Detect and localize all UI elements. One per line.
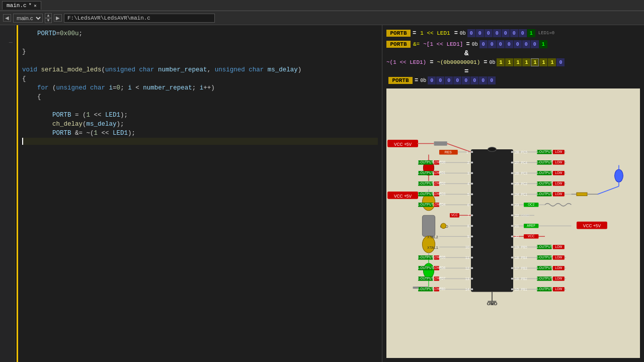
nav-up-button[interactable]: ▲ xyxy=(45,13,52,18)
svg-line-183 xyxy=(598,187,619,195)
svg-point-200 xyxy=(471,278,473,280)
svg-text:1-OUTPUT: 1-OUTPUT xyxy=(418,203,434,206)
svg-point-203 xyxy=(511,161,513,163)
code-line: } xyxy=(22,47,378,56)
title-bar: main.c * ✕ xyxy=(0,0,644,11)
main-content: ─ PORTD=0x00u; } xyxy=(0,25,644,362)
svg-text:13: 13 xyxy=(465,277,469,281)
svg-rect-1 xyxy=(434,141,447,145)
tab-close-icon[interactable]: ✕ xyxy=(34,3,36,9)
eq-row: = xyxy=(386,67,640,75)
chip-body xyxy=(471,149,513,292)
svg-text:PB5: PB5 xyxy=(521,245,527,249)
svg-text:1-OUTPUT: 1-OUTPUT xyxy=(418,277,434,280)
svg-text:4: 4 xyxy=(467,182,469,186)
svg-text:23: 23 xyxy=(515,203,519,207)
bit-5: 0 xyxy=(445,76,453,84)
tilde-expr-2: ~[1 << LED1] xyxy=(422,41,464,47)
svg-text:LOW: LOW xyxy=(555,287,562,291)
svg-text:XTAL1: XTAL1 xyxy=(427,245,438,250)
code-line: PORTB &= ~(1 << LED1); xyxy=(22,129,378,138)
svg-point-188 xyxy=(471,151,473,153)
line-numbers: ─ xyxy=(0,25,15,362)
bit-2: 0 xyxy=(510,29,518,37)
svg-point-201 xyxy=(471,288,473,290)
main-tab[interactable]: main.c * ✕ xyxy=(2,1,41,10)
code-line: PORTD=0x00u; xyxy=(22,29,378,38)
bit-7: 0 xyxy=(467,29,475,37)
svg-point-195 xyxy=(471,225,473,227)
svg-point-206 xyxy=(511,193,513,195)
svg-text:PB2: PB2 xyxy=(521,277,527,281)
svg-text:PD2: PD2 xyxy=(439,182,446,185)
bits-row-4: 0 0 0 0 0 0 0 0 xyxy=(428,76,496,84)
svg-text:OC2: OC2 xyxy=(528,203,534,206)
svg-point-202 xyxy=(511,151,513,153)
final-eq-symbol: = xyxy=(464,67,468,75)
svg-text:LOW: LOW xyxy=(555,160,562,164)
svg-text:LOW: LOW xyxy=(555,266,562,269)
bit-4: 0 xyxy=(505,40,513,48)
bit-2: 0 xyxy=(522,40,530,48)
svg-text:7: 7 xyxy=(467,213,469,218)
toolbar: ◀ main.c ▲ ▼ ▶ F:\LedsAVR\LedsAVR\main.c xyxy=(0,11,644,25)
svg-text:PB0: PB0 xyxy=(439,287,445,291)
bit-prefix-3: 0b xyxy=(489,60,495,65)
code-line: { xyxy=(22,93,378,102)
svg-point-213 xyxy=(511,267,513,269)
tilde-led1: ~(1 << LED1) xyxy=(386,59,428,65)
svg-text:XTAL2: XTAL2 xyxy=(427,235,438,239)
svg-text:1-OUTPUT: 1-OUTPUT xyxy=(536,277,552,280)
svg-text:11: 11 xyxy=(465,255,469,260)
svg-text:1-OUTPUT: 1-OUTPUT xyxy=(536,245,552,248)
svg-point-209 xyxy=(511,225,513,227)
svg-point-189 xyxy=(471,161,473,163)
portb-label-1: PORTB xyxy=(386,30,411,37)
circuit-container: VCC +5V VCC +5V xyxy=(386,88,640,358)
code-line-cursor[interactable] xyxy=(22,138,378,145)
bit-5: 0 xyxy=(485,29,493,37)
bit-1: 0 xyxy=(519,29,527,37)
forward-button[interactable]: ▶ xyxy=(54,14,62,22)
svg-text:25: 25 xyxy=(515,182,519,186)
bit-2: 0 xyxy=(470,76,478,84)
bit-7: 0 xyxy=(428,76,436,84)
svg-text:1-OUTPUT: 1-OUTPUT xyxy=(418,255,434,259)
eq-3: = xyxy=(465,41,470,48)
back-button[interactable]: ◀ xyxy=(3,14,11,22)
vcc-text-1: VCC +5V xyxy=(394,142,412,147)
bit-1: 1 xyxy=(548,58,556,66)
svg-text:1-OUTPUT: 1-OUTPUT xyxy=(418,171,434,174)
nav-down-button[interactable]: ▼ xyxy=(45,18,52,23)
svg-text:12: 12 xyxy=(465,266,469,270)
bit-5: 1 xyxy=(514,58,522,66)
svg-text:AREF: AREF xyxy=(527,224,535,227)
svg-text:PD0: PD0 xyxy=(439,160,446,164)
eq-5: = xyxy=(482,59,488,66)
svg-text:5: 5 xyxy=(467,192,469,197)
svg-point-193 xyxy=(471,204,473,206)
code-line: PORTB = (1 << LED1); xyxy=(22,111,378,120)
bit-6: 0 xyxy=(488,40,496,48)
svg-point-216 xyxy=(488,147,497,151)
svg-text:PC2: PC2 xyxy=(521,182,528,186)
svg-text:19: 19 xyxy=(515,245,519,249)
svg-text:1-OUTPUT: 1-OUTPUT xyxy=(536,255,552,259)
vcc-text-2: VCC +5V xyxy=(394,194,412,199)
svg-point-192 xyxy=(471,193,473,195)
svg-point-207 xyxy=(511,204,513,206)
svg-point-190 xyxy=(471,172,473,174)
svg-point-197 xyxy=(471,246,473,248)
svg-point-215 xyxy=(511,288,513,290)
file-selector[interactable]: main.c xyxy=(13,14,43,23)
svg-text:1-OUTPUT: 1-OUTPUT xyxy=(536,287,552,291)
svg-point-198 xyxy=(471,256,473,258)
tilde-bin-expr: ~(0b00000001) xyxy=(435,59,481,65)
eq-2: = xyxy=(453,30,459,37)
code-content[interactable]: PORTD=0x00u; } void serial_mode_leds(uns… xyxy=(18,25,382,362)
bit-row-1: PORTB = 1 << LED1 = 0b 0 0 0 0 0 0 0 1 L… xyxy=(386,29,640,37)
bit-4: 0 xyxy=(493,29,501,37)
svg-text:LOW: LOW xyxy=(555,245,562,248)
svg-text:24: 24 xyxy=(515,192,519,197)
svg-text:VCC: VCC xyxy=(528,234,535,238)
